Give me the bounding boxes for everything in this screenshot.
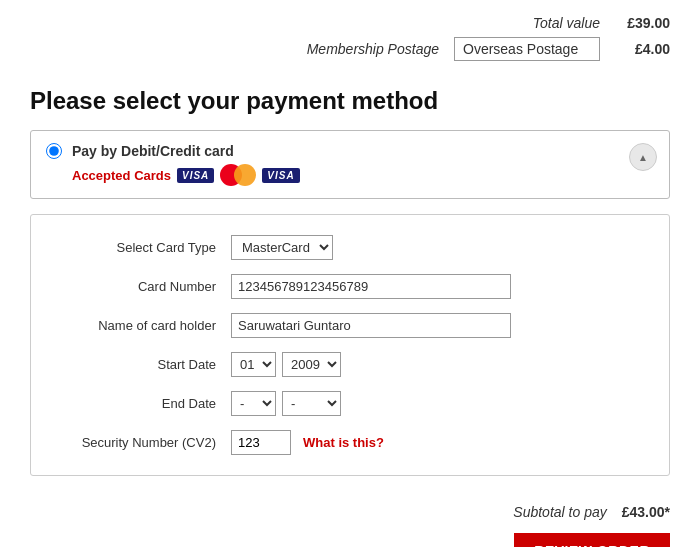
payment-method-box: Pay by Debit/Credit card Accepted Cards … xyxy=(30,130,670,199)
card-number-input[interactable] xyxy=(231,274,511,299)
start-year-select[interactable]: 2009201020112012 2013201420152016 201720… xyxy=(282,352,341,377)
security-input-group: What is this? xyxy=(231,430,384,455)
end-date-label: End Date xyxy=(61,396,231,411)
mc-circle-right xyxy=(234,164,256,186)
card-type-label: Select Card Type xyxy=(61,240,231,255)
card-number-label: Card Number xyxy=(61,279,231,294)
card-holder-label: Name of card holder xyxy=(61,318,231,333)
total-value-amount: £39.00 xyxy=(615,15,670,31)
start-date-label: Start Date xyxy=(61,357,231,372)
mastercard-logo xyxy=(220,164,256,186)
button-row: REVIEW ORDER xyxy=(0,525,700,547)
end-month-select[interactable]: -010203 04050607 0809101112 xyxy=(231,391,276,416)
what-is-this-link[interactable]: What is this? xyxy=(303,435,384,450)
security-row: Security Number (CV2) What is this? xyxy=(61,430,639,455)
subtotal-label: Subtotal to pay xyxy=(513,504,606,520)
start-month-select[interactable]: 01020304 05060708 09101112 xyxy=(231,352,276,377)
review-order-button[interactable]: REVIEW ORDER xyxy=(514,533,670,547)
postage-select[interactable]: Overseas Postage Standard Postage First … xyxy=(454,37,600,61)
start-date-row: Start Date 01020304 05060708 09101112 20… xyxy=(61,352,639,377)
visa-logo-2: VISA xyxy=(262,168,299,183)
card-holder-row: Name of card holder xyxy=(61,313,639,338)
postage-label: Membership Postage xyxy=(307,41,439,57)
accepted-cards-row: Accepted Cards VISA VISA xyxy=(72,164,654,186)
start-date-selects: 01020304 05060708 09101112 2009201020112… xyxy=(231,352,341,377)
end-year-select[interactable]: -200920102011 2012201320142015 xyxy=(282,391,341,416)
visa-logo-1: VISA xyxy=(177,168,214,183)
pay-by-label: Pay by Debit/Credit card xyxy=(72,143,234,159)
payment-method-header: Pay by Debit/Credit card xyxy=(46,143,654,159)
total-value-label: Total value xyxy=(533,15,600,31)
subtotal-row: Subtotal to pay £43.00* xyxy=(0,496,700,525)
security-input[interactable] xyxy=(231,430,291,455)
card-type-row: Select Card Type MasterCard Visa Amex xyxy=(61,235,639,260)
visa-text-1: VISA xyxy=(177,168,214,183)
postage-select-wrapper: Overseas Postage Standard Postage First … xyxy=(454,37,600,61)
postage-amount: £4.00 xyxy=(615,41,670,57)
collapse-button[interactable]: ▲ xyxy=(629,143,657,171)
card-form-box: Select Card Type MasterCard Visa Amex Ca… xyxy=(30,214,670,476)
card-type-select[interactable]: MasterCard Visa Amex xyxy=(231,235,333,260)
accepted-cards-label: Accepted Cards xyxy=(72,168,171,183)
end-date-selects: -010203 04050607 0809101112 -20092010201… xyxy=(231,391,341,416)
security-label: Security Number (CV2) xyxy=(61,435,231,450)
collapse-icon: ▲ xyxy=(638,152,648,163)
card-number-row: Card Number xyxy=(61,274,639,299)
card-holder-input[interactable] xyxy=(231,313,511,338)
page-title: Please select your payment method xyxy=(0,77,700,130)
subtotal-amount: £43.00* xyxy=(622,504,670,520)
end-date-row: End Date -010203 04050607 0809101112 -20… xyxy=(61,391,639,416)
visa-text-2: VISA xyxy=(262,168,299,183)
debit-credit-radio[interactable] xyxy=(46,143,62,159)
